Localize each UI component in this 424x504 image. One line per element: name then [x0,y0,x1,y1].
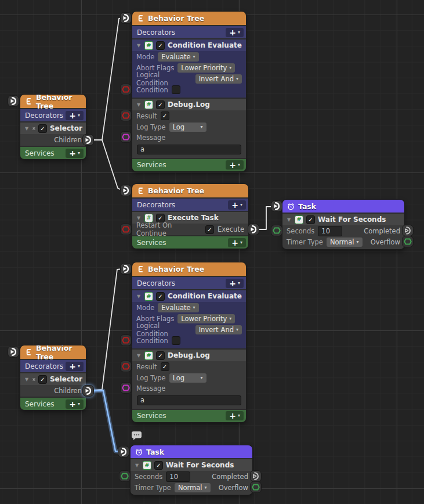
node-header[interactable]: Behavior Tree [132,12,246,25]
exec-input-port[interactable] [120,12,132,24]
add-service-button[interactable]: + ▾ [66,149,84,158]
condition-port[interactable] [120,84,132,95]
children-output-port[interactable] [82,385,94,397]
exec-input-port[interactable] [271,200,282,212]
node-header[interactable]: Task [131,445,252,458]
exec-input-port[interactable] [8,95,19,107]
condition-evaluate-header[interactable]: ▼ # ✓ Condition Evaluate [132,290,246,302]
add-service-button[interactable]: + ▾ [226,160,244,170]
add-decorator-button[interactable]: + ▾ [226,279,244,288]
exec-input-port[interactable] [118,446,129,458]
mode-dropdown[interactable]: Evaluate ▾ [158,303,198,312]
result-checkbox[interactable]: ✓ [161,111,169,120]
collapse-icon[interactable]: ▼ [24,126,30,131]
enabled-checkbox[interactable]: ✓ [156,292,165,301]
check-icon: ✓ [158,102,162,108]
exec-input-port[interactable] [120,263,132,275]
collapse-icon[interactable]: ▼ [134,463,140,468]
add-service-button[interactable]: + ▾ [228,238,246,247]
collapse-icon[interactable]: ▼ [24,377,30,382]
completed-output-port[interactable] [402,225,414,236]
behavior-tree-root-top[interactable]: Behavior Tree Decorators + ▾ ▼ ✓ Selecto… [20,95,86,159]
enabled-checkbox[interactable]: ✓ [156,41,165,50]
logical-condition-dropdown[interactable]: Invert And ▾ [195,74,242,84]
add-decorator-button[interactable]: + ▾ [66,362,84,371]
wire-children-to-condition-node-low[interactable] [87,269,124,391]
collapse-icon[interactable]: ▼ [286,217,292,222]
seconds-input[interactable] [318,226,342,236]
graph-canvas[interactable]: Behavior Tree Decorators + ▾ ▼ # ✓ Condi… [0,0,424,504]
logical-condition-dropdown[interactable]: Invert And ▾ [195,325,242,334]
task-node-right[interactable]: Task ▼ # ✓ Wait For Seconds Seconds Comp… [282,200,404,249]
wire-children-to-execute-node[interactable] [87,140,124,191]
selector-header[interactable]: ▼ ✓ Selector [20,373,86,385]
restart-on-continue-checkbox[interactable]: ✓ [205,225,214,234]
wait-for-seconds-header[interactable]: ▼ # ✓ Wait For Seconds [131,459,252,471]
debug-log-header[interactable]: ▼ # ✓ Debug.Log [132,99,246,110]
timer-type-dropdown[interactable]: Normal ▾ [175,483,211,492]
result-port[interactable] [120,361,132,372]
section-title: Debug.Log [168,100,210,109]
add-decorator-button[interactable]: + ▾ [66,111,84,120]
node-header[interactable]: Behavior Tree [20,95,86,108]
condition-checkbox[interactable] [172,85,180,94]
collapse-icon[interactable]: ▼ [136,102,142,107]
comment-icon[interactable] [131,431,142,441]
completed-output-port[interactable] [250,470,262,482]
message-port[interactable] [120,382,132,394]
seconds-port[interactable] [119,470,131,482]
exec-input-port[interactable] [120,185,132,196]
add-decorator-button[interactable]: + ▾ [228,200,246,210]
condition-checkbox[interactable] [172,336,180,345]
chevron-down-icon: ▾ [78,402,80,406]
plus-icon: + [69,362,76,370]
enabled-checkbox[interactable]: ✓ [38,375,47,384]
node-header[interactable]: Behavior Tree [132,262,246,276]
collapse-icon[interactable]: ▼ [136,294,142,299]
condition-evaluate-header[interactable]: ▼ # ✓ Condition Evaluate [132,39,246,51]
node-header[interactable]: Behavior Tree [20,345,86,359]
restart-on-continue-port[interactable] [120,224,132,235]
collapse-icon[interactable]: ▼ [136,353,142,358]
collapse-icon[interactable]: ▼ [136,43,142,48]
enabled-checkbox[interactable]: ✓ [154,461,163,470]
enabled-checkbox[interactable]: ✓ [156,351,165,360]
wire-children-to-condition-node-top[interactable] [87,18,124,140]
result-checkbox[interactable]: ✓ [161,362,169,371]
wire-children-to-task-selected[interactable] [87,391,122,452]
log-type-value: Log [173,123,185,131]
exec-input-port[interactable] [8,346,19,358]
children-output-port[interactable] [82,134,94,146]
behavior-tree-root-bottom[interactable]: Behavior Tree Decorators + ▾ ▼ ✓ Selecto… [20,345,86,410]
log-type-dropdown[interactable]: Log ▾ [169,373,206,383]
node-header[interactable]: Behavior Tree [132,184,248,197]
debug-log-header[interactable]: ▼ # ✓ Debug.Log [132,350,246,361]
seconds-input[interactable] [166,471,190,482]
overflow-output-port[interactable] [402,236,414,247]
condition-port[interactable] [120,334,132,346]
selector-header[interactable]: ▼ ✓ Selector [20,123,86,134]
collapse-icon[interactable]: ▼ [136,215,142,221]
behavior-tree-node-low[interactable]: Behavior Tree Decorators + ▾ ▼ # ✓ Condi… [132,262,246,422]
overflow-output-port[interactable] [250,481,262,493]
wait-for-seconds-header[interactable]: ▼ # ✓ Wait For Seconds [282,214,404,225]
enabled-checkbox[interactable]: ✓ [156,100,165,109]
result-port[interactable] [120,110,132,121]
node-header[interactable]: Task [282,200,404,213]
behavior-tree-node-mid[interactable]: Behavior Tree Decorators + ▾ ▼ # ✓ Execu… [132,184,248,249]
timer-type-dropdown[interactable]: Normal ▾ [327,237,363,247]
behavior-tree-node-top[interactable]: Behavior Tree Decorators + ▾ ▼ # ✓ Condi… [132,12,246,171]
message-input[interactable] [137,395,241,405]
enabled-checkbox[interactable]: ✓ [38,124,47,133]
enabled-checkbox[interactable]: ✓ [306,215,315,224]
seconds-port[interactable] [271,225,282,236]
add-service-button[interactable]: + ▾ [226,411,244,420]
add-service-button[interactable]: + ▾ [66,399,84,409]
add-decorator-button[interactable]: + ▾ [226,28,244,37]
log-type-dropdown[interactable]: Log ▾ [169,123,206,132]
mode-dropdown[interactable]: Evaluate ▾ [158,52,198,62]
message-input[interactable] [137,145,241,154]
task-node-bottom[interactable]: Task ▼ # ✓ Wait For Seconds Seconds Comp… [131,445,252,495]
message-port[interactable] [120,131,132,143]
execute-output-port[interactable] [248,224,259,235]
